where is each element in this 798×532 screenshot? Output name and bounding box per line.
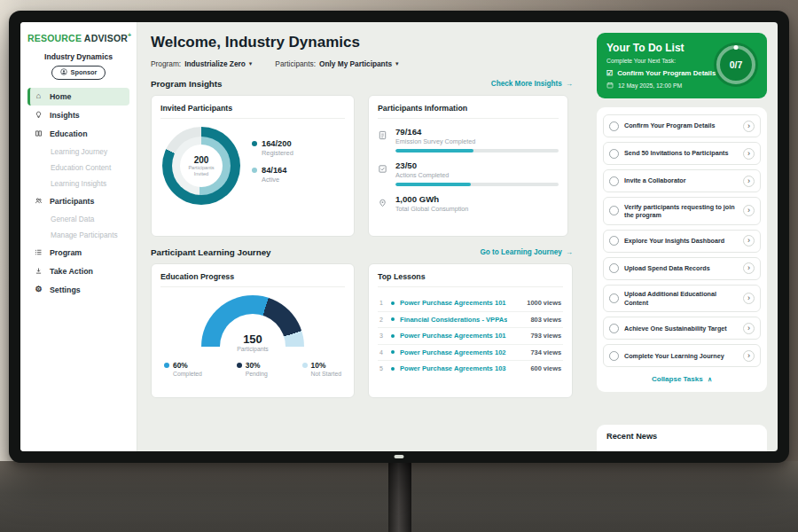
lesson-views: 793 views — [530, 332, 561, 340]
nav-label: Settings — [50, 286, 81, 294]
task-checkbox[interactable] — [609, 263, 619, 273]
chevron-right-icon[interactable]: › — [743, 148, 755, 160]
bullet-dot-icon — [391, 317, 395, 321]
gear-icon: ⚙ — [34, 286, 43, 293]
sidebar-item-take-action[interactable]: Take Action — [27, 262, 129, 280]
org-name: Industry Dynamics — [27, 52, 129, 61]
nav-label: Education — [50, 129, 88, 138]
task-row[interactable]: Verify participants requesting to join t… — [603, 197, 761, 225]
sidebar-item-program[interactable]: Program — [27, 244, 129, 262]
todo-panel: Your To Do List Complete Your Next Task:… — [597, 33, 767, 98]
stat-row-consumption: 1,000 GWh Total Global Consumption — [378, 194, 559, 213]
task-checkbox[interactable] — [609, 236, 619, 246]
sidebar-item-settings[interactable]: ⚙ Settings — [27, 281, 129, 299]
invited-legend: 164/200 Registered 84/164 Active — [252, 139, 293, 192]
legend-label: Registered — [262, 149, 293, 157]
lesson-row: 5 Power Purchase Agreements 103 600 view… — [378, 361, 563, 377]
completed-dot-icon — [164, 363, 169, 368]
lesson-link[interactable]: Power Purchase Agreements 103 — [400, 364, 506, 372]
collapse-tasks-link[interactable]: Collapse Tasks ∧ — [603, 372, 761, 388]
legend-item-registered: 164/200 Registered — [252, 139, 293, 157]
legend-label: Completed — [173, 371, 202, 377]
task-row[interactable]: Invite a Collaborator › — [603, 169, 761, 192]
card-title: Invited Participants — [160, 104, 345, 119]
lesson-link[interactable]: Power Purchase Agreements 102 — [400, 348, 506, 356]
sidebar-item-general-data[interactable]: General Data — [27, 211, 129, 227]
task-checkbox[interactable] — [609, 324, 619, 333]
app-screen: RESOURCE ADVISOR+ Industry Dynamics Spon… — [20, 22, 778, 451]
legend-label: Pending — [246, 371, 268, 377]
check-more-insights-link[interactable]: Check More Insights → — [491, 80, 573, 88]
legend-label: Active — [262, 176, 293, 184]
lesson-rank: 2 — [379, 317, 386, 323]
task-label: Complete Your Learning Journey — [624, 352, 738, 360]
task-row[interactable]: Explore Your Insights Dashboard › — [603, 230, 761, 253]
logo-text-primary: RESOURCE — [27, 33, 82, 43]
invited-donut-center: 200 Participants Invited — [180, 145, 223, 187]
task-row[interactable]: Upload Additional Educational Content › — [603, 285, 761, 313]
bullet-dot-icon — [391, 350, 395, 354]
lesson-link[interactable]: Power Purchase Agreements 101 — [400, 332, 506, 340]
chevron-right-icon[interactable]: › — [743, 121, 755, 132]
program-insights-header: Program Insights Check More Insights → — [151, 79, 573, 89]
task-checkbox[interactable] — [609, 206, 619, 215]
participants-filter-dropdown[interactable]: Participants: Only My Participants ▾ — [275, 59, 398, 68]
task-row[interactable]: Complete Your Learning Journey › — [603, 344, 761, 367]
collapse-label: Collapse Tasks — [652, 375, 703, 383]
nav-label: Home — [50, 92, 71, 101]
actions-icon — [378, 160, 388, 186]
task-row[interactable]: Confirm Your Program Details › — [603, 114, 761, 137]
task-label: Upload Additional Educational Content — [624, 290, 738, 307]
lesson-row: 3 Power Purchase Agreements 101 793 view… — [378, 328, 563, 345]
sidebar-item-education[interactable]: Education — [27, 125, 129, 143]
task-checkbox[interactable] — [609, 351, 619, 361]
sidebar-item-participants[interactable]: Participants — [27, 192, 129, 210]
arrow-right-icon: → — [566, 80, 573, 88]
section-title: Participant Learning Journey — [151, 247, 271, 257]
legend-value: 60% — [173, 361, 188, 370]
chevron-right-icon[interactable]: › — [743, 323, 755, 334]
chevron-right-icon[interactable]: › — [743, 235, 755, 246]
task-row[interactable]: Achieve One Sustainability Target › — [603, 317, 761, 340]
sidebar-item-home[interactable]: ⌂ Home — [27, 88, 129, 106]
sidebar-item-learning-insights[interactable]: Learning Insights — [27, 176, 129, 192]
task-row[interactable]: Upload Spend Data Records › — [603, 257, 761, 280]
chevron-right-icon[interactable]: › — [743, 262, 755, 274]
sidebar-item-insights[interactable]: Insights — [27, 106, 129, 124]
task-checkbox[interactable] — [609, 176, 619, 186]
chevron-right-icon[interactable]: › — [743, 293, 755, 304]
chevron-right-icon[interactable]: › — [743, 205, 755, 216]
legend-item-active: 84/164 Active — [252, 166, 293, 184]
education-progress-card: Education Progress 150 Participants — [151, 263, 355, 398]
checkbox-icon: ☑ — [606, 69, 613, 77]
task-checkbox[interactable] — [609, 149, 619, 159]
task-label: Achieve One Sustainability Target — [624, 325, 738, 332]
invited-donut-ring-inner: 200 Participants Invited — [172, 137, 231, 195]
task-checkbox[interactable] — [609, 293, 619, 303]
task-row[interactable]: Send 50 Invitations to Participants › — [603, 142, 761, 165]
legend-label: Not Started — [311, 371, 341, 377]
todo-progress-count: 0/7 — [730, 59, 743, 70]
legend-value: 164/200 — [262, 139, 292, 148]
task-checkbox[interactable] — [609, 121, 619, 131]
photo-background: RESOURCE ADVISOR+ Industry Dynamics Spon… — [0, 0, 798, 532]
filters-bar: Program: Industrialize Zero ▾ Participan… — [151, 59, 573, 68]
card-title: Participants Information — [378, 104, 559, 119]
chevron-right-icon[interactable]: › — [743, 176, 755, 187]
lesson-link[interactable]: Power Purchase Agreements 101 — [400, 299, 506, 307]
link-label: Go to Learning Journey — [480, 248, 561, 256]
sidebar-item-learning-journey[interactable]: Learning Journey — [27, 144, 129, 160]
home-icon: ⌂ — [34, 92, 43, 100]
filter-label: Program: — [151, 59, 181, 68]
recent-news-title: Recent News — [606, 432, 757, 441]
todo-progress-ring: 0/7 — [714, 43, 758, 87]
lesson-link[interactable]: Financial Considerations - VPPAs — [400, 316, 507, 324]
sidebar-item-manage-participants[interactable]: Manage Participants — [27, 227, 129, 243]
go-to-learning-journey-link[interactable]: Go to Learning Journey → — [480, 248, 573, 256]
monitor-logo — [395, 455, 404, 458]
chevron-right-icon[interactable]: › — [743, 350, 755, 362]
task-label: Invite a Collaborator — [624, 176, 738, 184]
program-filter-dropdown[interactable]: Program: Industrialize Zero ▾ — [151, 59, 252, 68]
task-label: Explore Your Insights Dashboard — [624, 237, 738, 245]
sidebar-item-education-content[interactable]: Education Content — [27, 160, 129, 176]
